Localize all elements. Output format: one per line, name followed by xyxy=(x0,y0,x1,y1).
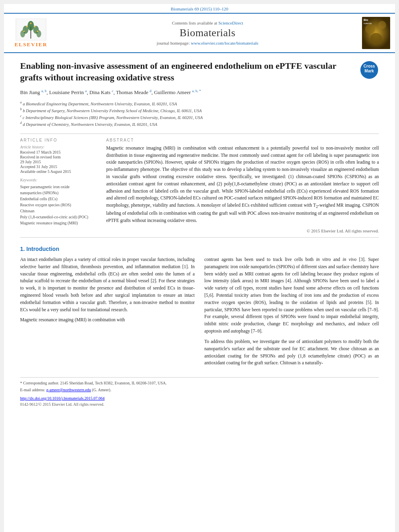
cover-thumbnail: Bio materials xyxy=(362,17,390,49)
intro-para-3: contrast agents has been used to track l… xyxy=(204,256,379,335)
article-title-text: Enabling non-invasive assessment of an e… xyxy=(20,61,336,82)
issn-line: 0142-9612/© 2015 Elsevier Ltd. All right… xyxy=(20,401,379,407)
keyword-2: Endothelial cells (ECs) xyxy=(20,196,97,202)
affiliation-d: d d Department of Chemistry, Northwester… xyxy=(20,121,379,127)
elsevier-logo: ELSEVIER xyxy=(9,18,53,48)
journal-header: ELSEVIER Contents lists available at Sci… xyxy=(4,13,395,53)
authors: Bin Jiang a, b, Louisiane Perrin a, Dina… xyxy=(20,88,379,96)
homepage-link[interactable]: www.elsevier.com/locate/biomaterials xyxy=(191,41,259,45)
journal-cover-image: Bio materials xyxy=(362,17,390,49)
elsevier-brand-text: ELSEVIER xyxy=(14,41,47,48)
received-revised-date: 29 July 2015 xyxy=(20,160,97,164)
svg-point-14 xyxy=(378,21,386,29)
sciencedirect-link[interactable]: ScienceDirect xyxy=(218,21,243,25)
keyword-3: Reactive oxygen species (ROS) xyxy=(20,202,97,208)
article-info-label: ARTICLE INFO xyxy=(20,138,97,142)
email-name: (G. Ameer). xyxy=(92,388,111,392)
available-date: Available online 5 August 2015 xyxy=(20,169,97,174)
authors-text: Bin Jiang a, b, Louisiane Perrin a, Dina… xyxy=(20,89,201,95)
introduction-section: 1. Introduction An intact endothelium pl… xyxy=(20,246,379,370)
email-note: E-mail address: g-ameer@northwestern.edu… xyxy=(20,387,379,393)
svg-point-15 xyxy=(370,33,382,45)
affiliations: a a Biomedical Engineering Department, N… xyxy=(20,100,379,128)
page: Biomaterials 69 (2015) 110–120 xyxy=(4,4,395,532)
crossmark-logo: Cross Mark xyxy=(360,60,379,80)
doi-line: http://dx.doi.org/10.1016/j.biomaterials… xyxy=(20,395,379,401)
keyword-5: Poly (1,8-octanediol-co-citric acid) (PO… xyxy=(20,214,97,220)
info-abstract-section: ARTICLE INFO Article history: Received 1… xyxy=(20,138,379,233)
main-content: Enabling non-invasive assessment of an e… xyxy=(4,53,395,415)
abstract-column: ABSTRACT Magnetic resonance imaging (MRI… xyxy=(106,138,379,233)
leading-word: leading xyxy=(356,160,370,164)
affiliation-a: a a Biomedical Engineering Department, N… xyxy=(20,100,379,107)
intro-para-1: An intact endothelium plays a variety of… xyxy=(20,256,195,314)
intro-col-right: contrast agents has been used to track l… xyxy=(204,256,379,370)
svg-text:Cross: Cross xyxy=(364,64,375,68)
corresponding-note: * Corresponding author. 2145 Sheridan Ro… xyxy=(20,380,379,386)
svg-text:materials: materials xyxy=(364,22,372,25)
svg-point-13 xyxy=(365,24,375,34)
history-label: Article history: xyxy=(20,145,97,149)
keyword-4: Chitosan xyxy=(20,208,97,214)
keywords-list: Super paramagnetic iron oxide nanopartic… xyxy=(20,184,97,226)
intro-body-columns: An intact endothelium plays a variety of… xyxy=(20,256,379,370)
svg-point-11 xyxy=(30,23,32,24)
journal-center: Contents lists available at ScienceDirec… xyxy=(53,21,362,45)
affiliation-c: c c Interdisciplinary Biological Science… xyxy=(20,114,379,121)
sciencedirect-prefix: Contents lists available at xyxy=(172,21,217,25)
svg-point-9 xyxy=(23,31,25,32)
journal-homepage: journal homepage: www.elsevier.com/locat… xyxy=(57,41,358,45)
abstract-label: ABSTRACT xyxy=(106,138,379,142)
received-revised-label: Received in revised form xyxy=(20,155,97,159)
divider-1 xyxy=(20,134,379,134)
email-label: E-mail address: xyxy=(20,388,46,392)
keyword-6: Magnetic resonance imaging (MRI) xyxy=(20,220,97,226)
email-link[interactable]: g-ameer@northwestern.edu xyxy=(46,388,91,392)
received-date: Received 17 March 2015 xyxy=(20,150,97,154)
svg-text:Bio: Bio xyxy=(364,18,368,21)
svg-point-10 xyxy=(37,31,39,32)
intro-para-2: Magnetic resonance imaging (MRI) in comb… xyxy=(20,316,195,324)
affiliation-b: b b Department of Surgery, Northwestern … xyxy=(20,107,379,114)
accepted-date: Accepted 31 July 2015 xyxy=(20,164,97,169)
sciencedirect-line: Contents lists available at ScienceDirec… xyxy=(57,21,358,25)
keyword-1: Super paramagnetic iron oxide xyxy=(20,184,97,190)
intro-col-left: An intact endothelium plays a variety of… xyxy=(20,256,195,370)
corresponding-note-text: * Corresponding author. 2145 Sheridan Ro… xyxy=(20,381,167,385)
citation-bar: Biomaterials 69 (2015) 110–120 xyxy=(4,4,395,13)
svg-text:Mark: Mark xyxy=(364,69,374,73)
svg-point-2 xyxy=(28,21,34,31)
journal-title: Biomaterials xyxy=(57,27,358,39)
keywords-label: Keywords: xyxy=(20,178,97,182)
abstract-text: Magnetic resonance imaging (MRI) in comb… xyxy=(106,145,379,224)
svg-point-7 xyxy=(26,26,28,27)
elsevier-tree-icon xyxy=(15,18,47,41)
keyword-1b: nanoparticles (SPIONs) xyxy=(20,190,97,196)
crossmark-icon: Cross Mark xyxy=(360,60,379,80)
homepage-prefix: journal homepage: xyxy=(157,41,190,45)
intro-section-label: 1. Introduction xyxy=(20,246,379,252)
copyright-line: © 2015 Elsevier Ltd. All rights reserved… xyxy=(106,228,379,233)
abstract-paragraph: Magnetic resonance imaging (MRI) in comb… xyxy=(106,145,379,224)
article-title-container: Enabling non-invasive assessment of an e… xyxy=(20,60,379,83)
divider-2 xyxy=(20,237,379,238)
article-info-column: ARTICLE INFO Article history: Received 1… xyxy=(20,138,97,233)
svg-point-8 xyxy=(34,26,36,27)
footnotes: * Corresponding author. 2145 Sheridan Ro… xyxy=(20,377,379,407)
citation-text: Biomaterials 69 (2015) 110–120 xyxy=(171,6,228,11)
intro-para-4: To address this problem, we investigate … xyxy=(204,338,379,367)
doi-link[interactable]: http://dx.doi.org/10.1016/j.biomaterials… xyxy=(20,396,105,401)
